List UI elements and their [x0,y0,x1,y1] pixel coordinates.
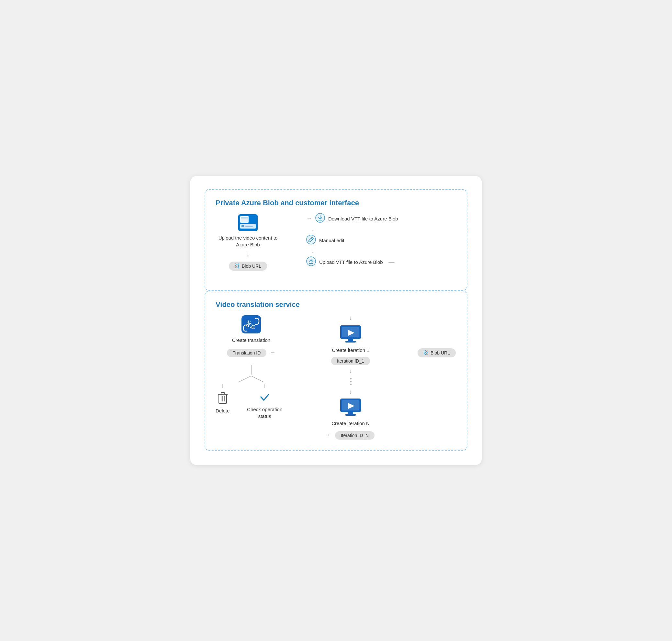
svg-rect-27 [348,339,353,341]
svg-rect-33 [345,414,356,416]
translation-id-badge: Translation ID [227,349,267,357]
create-iteration-1-label: Create iteration 1 [332,347,369,354]
blob-url-label-top: Blob URL [242,263,261,269]
svg-rect-6 [245,226,253,227]
svg-rect-20 [221,392,224,394]
download-label: Download VTT file to Azure Blob [328,216,398,221]
top-section-title: Private Azure Blob and customer interfac… [216,199,456,207]
svg-rect-5 [242,225,244,227]
manual-edit-label: Manual edit [319,237,344,243]
blob-url-badge-bottom: ⛓ Blob URL [417,348,456,357]
svg-rect-28 [345,341,356,342]
check-icon [259,391,271,404]
svg-text:a: a [251,323,255,330]
top-left-column: Upload the video content to Azure Blob ↓… [216,213,280,271]
blob-url-badge-top: ⛓ Blob URL [229,262,267,271]
bottom-right-column: ⛓ Blob URL [414,315,456,357]
azure-blob-icon [237,213,259,232]
top-section: Private Azure Blob and customer interfac… [205,189,467,291]
link-icon-bottom: ⛓ [423,350,428,356]
iteration-id-n-badge: Iteration ID_N [335,431,374,440]
translation-id-label: Translation ID [233,350,261,355]
download-icon [315,213,325,224]
bottom-section: Video translation service あ a Cre [205,291,467,451]
top-section-content: Upload the video content to Azure Blob ↓… [216,213,456,281]
svg-line-17 [251,376,264,382]
svg-rect-32 [348,412,353,414]
create-iteration-n-label: Create iteration N [331,420,370,427]
link-icon-top: ⛓ [235,263,240,269]
monitor-icon-1 [340,325,361,345]
top-right-column: → Download VTT file to Azure Blob ↓ [280,213,456,269]
upload-vtt-label: Upload VTT file to Azure Blob [319,259,383,265]
iteration-id-1-badge: Iteration ID_1 [331,357,370,365]
svg-line-16 [238,376,251,382]
svg-point-9 [306,235,316,244]
bottom-section-title: Video translation service [216,300,456,309]
blob-url-label-bottom: Blob URL [430,350,450,355]
edit-icon [306,235,316,246]
delete-label: Delete [216,407,230,414]
monitor-icon-n [340,398,361,419]
create-translation-label: Create translation [232,337,270,343]
translation-id-row: Translation ID → [227,347,276,357]
bottom-left-column: あ a Create translation Translation ID → [216,315,287,420]
delete-icon [217,391,229,405]
iteration-id-n-label: Iteration ID_N [341,433,369,438]
arrow-down-1: ↓ [246,250,250,258]
translate-icon: あ a [241,315,262,336]
svg-rect-3 [241,217,248,219]
upload-label: Upload the video content to Azure Blob [216,234,280,248]
check-operation-label: Check operation status [243,406,287,420]
upload-icon [306,256,316,268]
iteration-id-1-label: Iteration ID_1 [337,358,364,364]
main-card: Private Azure Blob and customer interfac… [190,176,482,465]
bottom-middle-column: ↓ Create iteration 1 Ite [287,315,414,440]
